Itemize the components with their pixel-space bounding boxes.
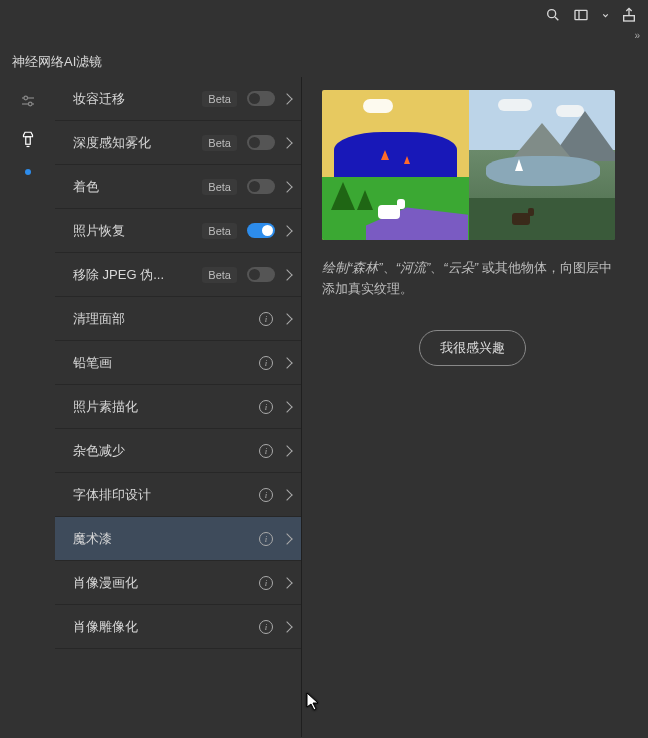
status-dot bbox=[25, 169, 31, 175]
info-icon[interactable]: i bbox=[259, 532, 273, 546]
info-icon[interactable]: i bbox=[259, 620, 273, 634]
filter-label: 字体排印设计 bbox=[73, 486, 259, 504]
chevron-right-icon bbox=[281, 489, 292, 500]
svg-point-0 bbox=[548, 10, 556, 18]
svg-rect-4 bbox=[624, 16, 635, 21]
filter-label: 照片恢复 bbox=[73, 222, 202, 240]
filter-label: 魔术漆 bbox=[73, 530, 259, 548]
filter-item[interactable]: 铅笔画i bbox=[55, 341, 301, 385]
filter-label: 肖像漫画化 bbox=[73, 574, 259, 592]
beta-badge: Beta bbox=[202, 179, 237, 195]
filter-label: 妆容迁移 bbox=[73, 90, 202, 108]
filter-item[interactable]: 深度感知雾化Beta bbox=[55, 121, 301, 165]
filter-toggle[interactable] bbox=[247, 223, 275, 238]
filter-label: 肖像雕像化 bbox=[73, 618, 259, 636]
filter-label: 铅笔画 bbox=[73, 354, 259, 372]
filter-label: 杂色减少 bbox=[73, 442, 259, 460]
filter-item[interactable]: 移除 JPEG 伪...Beta bbox=[55, 253, 301, 297]
panel-layout-icon[interactable] bbox=[572, 6, 590, 24]
beta-badge: Beta bbox=[202, 135, 237, 151]
chevron-right-icon bbox=[281, 445, 292, 456]
filter-label: 移除 JPEG 伪... bbox=[73, 266, 202, 284]
svg-rect-9 bbox=[25, 137, 30, 145]
chevron-right-icon bbox=[281, 621, 292, 632]
filter-item[interactable]: 魔术漆i bbox=[55, 517, 301, 561]
interest-button[interactable]: 我很感兴趣 bbox=[419, 330, 526, 366]
filter-label: 照片素描化 bbox=[73, 398, 259, 416]
chevron-right-icon bbox=[281, 93, 292, 104]
filter-label: 清理面部 bbox=[73, 310, 259, 328]
overflow-icon[interactable]: » bbox=[634, 30, 640, 41]
tab-neural-filters[interactable] bbox=[18, 129, 38, 149]
chevron-right-icon bbox=[281, 269, 292, 280]
filter-toggle[interactable] bbox=[247, 135, 275, 150]
chevron-right-icon bbox=[281, 401, 292, 412]
panel-title: 神经网络AI滤镜 bbox=[12, 53, 102, 71]
chevron-right-icon bbox=[281, 577, 292, 588]
chevron-right-icon bbox=[281, 137, 292, 148]
svg-line-1 bbox=[555, 17, 558, 20]
beta-badge: Beta bbox=[202, 267, 237, 283]
filter-item[interactable]: 照片恢复Beta bbox=[55, 209, 301, 253]
chevron-right-icon bbox=[281, 533, 292, 544]
filter-item[interactable]: 字体排印设计i bbox=[55, 473, 301, 517]
filter-label: 深度感知雾化 bbox=[73, 134, 202, 152]
filter-item[interactable]: 肖像雕像化i bbox=[55, 605, 301, 649]
filter-preview-image bbox=[322, 90, 615, 240]
chevron-right-icon bbox=[281, 225, 292, 236]
info-icon[interactable]: i bbox=[259, 400, 273, 414]
chevron-right-icon bbox=[281, 181, 292, 192]
filter-toggle[interactable] bbox=[247, 267, 275, 282]
svg-point-8 bbox=[28, 102, 32, 106]
svg-point-7 bbox=[23, 96, 27, 100]
beta-badge: Beta bbox=[202, 91, 237, 107]
filter-item[interactable]: 肖像漫画化i bbox=[55, 561, 301, 605]
svg-rect-2 bbox=[575, 10, 587, 19]
filter-item[interactable]: 着色Beta bbox=[55, 165, 301, 209]
info-icon[interactable]: i bbox=[259, 444, 273, 458]
filter-item[interactable]: 妆容迁移Beta bbox=[55, 77, 301, 121]
filter-item[interactable]: 杂色减少i bbox=[55, 429, 301, 473]
filter-label: 着色 bbox=[73, 178, 202, 196]
chevron-right-icon bbox=[281, 357, 292, 368]
info-icon[interactable]: i bbox=[259, 488, 273, 502]
info-icon[interactable]: i bbox=[259, 356, 273, 370]
chevron-right-icon bbox=[281, 313, 292, 324]
filter-description: 绘制“森林”、“河流”、“云朵” 或其他物体，向图层中添加真实纹理。 bbox=[322, 258, 622, 300]
search-icon[interactable] bbox=[544, 6, 562, 24]
filter-toggle[interactable] bbox=[247, 179, 275, 194]
cursor-icon bbox=[306, 692, 322, 712]
filter-list: 妆容迁移Beta深度感知雾化Beta着色Beta照片恢复Beta移除 JPEG … bbox=[55, 77, 302, 737]
filter-item[interactable]: 清理面部i bbox=[55, 297, 301, 341]
export-icon[interactable] bbox=[620, 6, 638, 24]
info-icon[interactable]: i bbox=[259, 312, 273, 326]
chevron-down-icon[interactable] bbox=[600, 6, 610, 24]
info-icon[interactable]: i bbox=[259, 576, 273, 590]
tab-adjustments[interactable] bbox=[18, 91, 38, 111]
filter-item[interactable]: 照片素描化i bbox=[55, 385, 301, 429]
filter-toggle[interactable] bbox=[247, 91, 275, 106]
beta-badge: Beta bbox=[202, 223, 237, 239]
